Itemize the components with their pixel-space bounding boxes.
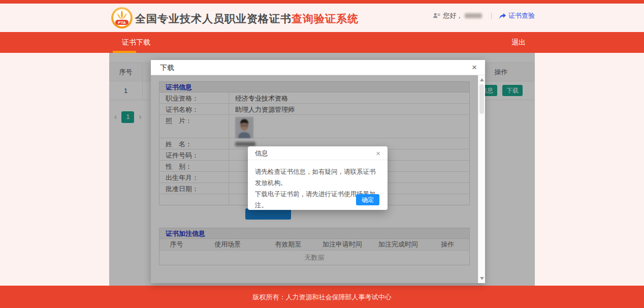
page-footer: 版权所有：人力资源和社会保障部人事考试中心 bbox=[0, 286, 644, 308]
page-header: PTA 全国专业技术人员职业资格证书查询验证系统 您好， ｜ 证书查验 bbox=[0, 4, 644, 32]
info-dialog-titlebar: 信息 × bbox=[248, 146, 388, 160]
user-info-bar: 您好， ｜ 证书查验 bbox=[433, 11, 535, 21]
info-dialog-title: 信息 bbox=[255, 146, 268, 160]
separator: ｜ bbox=[488, 11, 495, 20]
username-redacted bbox=[465, 13, 482, 18]
page-title: 全国专业技术人员职业资格证书查询验证系统 bbox=[135, 12, 359, 26]
top-accent-strip bbox=[0, 0, 644, 4]
main-nav-bar: 证书下载 退出 bbox=[0, 32, 644, 53]
scroll-down-icon[interactable] bbox=[480, 277, 484, 280]
user-icon bbox=[433, 12, 440, 20]
page-title-accent: 查询验证系统 bbox=[292, 13, 359, 24]
copyright-text: 版权所有：人力资源和社会保障部人事考试中心 bbox=[253, 293, 392, 308]
scroll-up-icon[interactable] bbox=[480, 78, 484, 81]
download-modal-close-icon[interactable]: × bbox=[470, 60, 479, 75]
download-modal-title: 下载 bbox=[160, 60, 174, 75]
pta-logo-icon: PTA bbox=[111, 7, 133, 29]
tab-certificate-download[interactable]: 证书下载 bbox=[122, 32, 150, 53]
info-dialog: 信息 × 请先检查证书信息，如有疑问，请联系证书发放机构。 下载电子证书前，请先… bbox=[248, 146, 388, 210]
certificate-verify-label: 证书查验 bbox=[508, 11, 535, 20]
logout-button[interactable]: 退出 bbox=[511, 32, 526, 53]
scrollbar-thumb[interactable] bbox=[479, 84, 484, 114]
info-dialog-close-icon[interactable]: × bbox=[374, 146, 382, 160]
svg-text:PTA: PTA bbox=[118, 20, 126, 25]
page-title-main: 全国专业技术人员职业资格证书 bbox=[135, 13, 292, 24]
info-message-line1: 请先检查证书信息，如有疑问，请联系证书发放机构。 bbox=[255, 166, 380, 189]
download-modal-titlebar: 下载 × bbox=[151, 60, 485, 75]
ok-button[interactable]: 确定 bbox=[356, 194, 379, 205]
greeting-text: 您好， bbox=[443, 11, 463, 20]
share-arrow-icon bbox=[499, 12, 506, 20]
certificate-verify-link[interactable]: 证书查验 bbox=[499, 11, 535, 20]
modal-scrollbar[interactable] bbox=[478, 75, 485, 283]
